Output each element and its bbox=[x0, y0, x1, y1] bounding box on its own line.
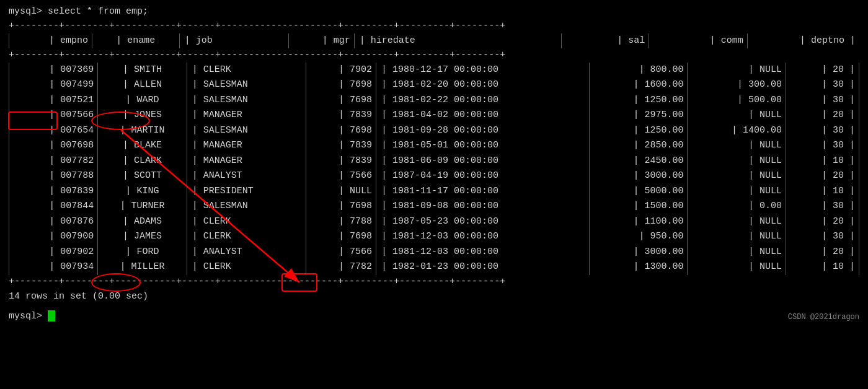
cell-mgr: | 7788 bbox=[306, 214, 376, 230]
mysql-prompt-bottom: mysql> bbox=[9, 310, 859, 321]
cell-job: | MANAGER bbox=[187, 154, 306, 169]
cell-comm: | NULL bbox=[688, 168, 786, 184]
cell-hiredate: | 1981-05-01 00:00:00 bbox=[376, 138, 589, 154]
cell-sal: | 950.00 bbox=[589, 229, 688, 245]
cell-deptno: | 10 | bbox=[786, 184, 859, 199]
cell-comm: | 300.00 bbox=[688, 77, 786, 93]
cell-empno: | 007900 bbox=[9, 229, 98, 245]
cell-ename: | FORD bbox=[98, 245, 187, 260]
cell-mgr: | 7839 bbox=[306, 108, 376, 123]
cell-job: | CLERK bbox=[187, 214, 306, 230]
table-row: | 007900| JAMES| CLERK| 7698| 1981-12-03… bbox=[9, 229, 859, 245]
cell-mgr: | 7902 bbox=[306, 63, 376, 78]
header-hiredate: | hiredate bbox=[354, 33, 562, 49]
cell-deptno: | 10 | bbox=[786, 154, 859, 169]
cell-mgr: | 7782 bbox=[306, 260, 376, 275]
cell-empno: | 007844 bbox=[9, 199, 98, 214]
cell-ename: | BLAKE bbox=[98, 138, 187, 154]
cell-deptno: | 30 | bbox=[786, 93, 859, 108]
header-empno: | empno bbox=[9, 33, 92, 49]
cell-hiredate: | 1981-06-09 00:00:00 bbox=[376, 154, 589, 169]
prompt-text: mysql> bbox=[9, 311, 48, 321]
table-row: | 007698| BLAKE| MANAGER| 7839| 1981-05-… bbox=[9, 138, 859, 154]
cell-empno: | 007369 bbox=[9, 63, 98, 78]
cell-empno: | 007902 bbox=[9, 245, 98, 260]
cell-hiredate: | 1981-09-28 00:00:00 bbox=[376, 123, 589, 139]
cell-deptno: | 30 | bbox=[786, 199, 859, 214]
cell-hiredate: | 1981-04-02 00:00:00 bbox=[376, 108, 589, 123]
cell-job: | ANALYST bbox=[187, 245, 306, 260]
cell-empno: | 007839 bbox=[9, 184, 98, 199]
header-mgr: | mgr bbox=[288, 33, 354, 49]
table-row: | 007876| ADAMS| CLERK| 7788| 1987-05-23… bbox=[9, 214, 859, 230]
table-row: | 007844| TURNER| SALESMAN| 7698| 1981-0… bbox=[9, 199, 859, 214]
cell-ename: | WARD bbox=[98, 93, 187, 108]
cell-ename: | ALLEN bbox=[98, 77, 187, 93]
cell-hiredate: | 1980-12-17 00:00:00 bbox=[376, 63, 589, 78]
table-row: | 007782| CLARK| MANAGER| 7839| 1981-06-… bbox=[9, 154, 859, 169]
cell-sal: | 800.00 bbox=[589, 63, 688, 78]
cell-sal: | 3000.00 bbox=[589, 168, 688, 184]
cell-deptno: | 20 | bbox=[786, 168, 859, 184]
cell-ename: | SMITH bbox=[98, 63, 187, 78]
terminal-container: mysql> select * from emp; +--------+----… bbox=[0, 0, 868, 328]
cell-hiredate: | 1981-12-03 00:00:00 bbox=[376, 245, 589, 260]
cell-comm: | NULL bbox=[688, 154, 786, 169]
cell-comm: | NULL bbox=[688, 108, 786, 123]
cell-ename: | ADAMS bbox=[98, 214, 187, 230]
table-row: | 007902| FORD| ANALYST| 7566| 1981-12-0… bbox=[9, 245, 859, 260]
cell-deptno: | 20 | bbox=[786, 63, 859, 78]
cell-ename: | CLARK bbox=[98, 154, 187, 169]
cell-comm: | NULL bbox=[688, 214, 786, 230]
cell-job: | SALESMAN bbox=[187, 123, 306, 139]
cell-ename: | KING bbox=[98, 184, 187, 199]
cell-mgr: | 7839 bbox=[306, 138, 376, 154]
cell-mgr: | NULL bbox=[306, 184, 376, 199]
cell-comm: | 1400.00 bbox=[688, 123, 786, 139]
table-row: | 007934| MILLER| CLERK| 7782| 1982-01-2… bbox=[9, 260, 859, 275]
cursor bbox=[48, 310, 55, 321]
cell-sal: | 1250.00 bbox=[589, 123, 688, 139]
result-info: 14 rows in set (0.00 sec) bbox=[9, 291, 859, 302]
cell-empno: | 007876 bbox=[9, 214, 98, 230]
cell-sal: | 5000.00 bbox=[589, 184, 688, 199]
cell-mgr: | 7566 bbox=[306, 168, 376, 184]
cell-job: | PRESIDENT bbox=[187, 184, 306, 199]
cell-mgr: | 7698 bbox=[306, 77, 376, 93]
cell-deptno: | 30 | bbox=[786, 123, 859, 139]
cell-deptno: | 30 | bbox=[786, 229, 859, 245]
sql-data-table: | 007369| SMITH| CLERK| 7902| 1980-12-17… bbox=[9, 63, 859, 275]
cell-mgr: | 7566 bbox=[306, 245, 376, 260]
table-row: | 007499| ALLEN| SALESMAN| 7698| 1981-02… bbox=[9, 77, 859, 93]
cell-empno: | 007934 bbox=[9, 260, 98, 275]
cell-sal: | 2850.00 bbox=[589, 138, 688, 154]
cell-deptno: | 20 | bbox=[786, 214, 859, 230]
cell-mgr: | 7698 bbox=[306, 123, 376, 139]
cell-job: | SALESMAN bbox=[187, 77, 306, 93]
cell-sal: | 2975.00 bbox=[589, 108, 688, 123]
cell-ename: | SCOTT bbox=[98, 168, 187, 184]
cell-job: | ANALYST bbox=[187, 168, 306, 184]
cell-hiredate: | 1982-01-23 00:00:00 bbox=[376, 260, 589, 275]
table-row: | 007839| KING| PRESIDENT| NULL| 1981-11… bbox=[9, 184, 859, 199]
cell-deptno: | 30 | bbox=[786, 77, 859, 93]
watermark: CSDN @2021dragon bbox=[788, 313, 859, 321]
cell-ename: | TURNER bbox=[98, 199, 187, 214]
cell-comm: | NULL bbox=[688, 63, 786, 78]
table-row: | 007788| SCOTT| ANALYST| 7566| 1987-04-… bbox=[9, 168, 859, 184]
cell-comm: | NULL bbox=[688, 245, 786, 260]
separator-bottom: +--------+--------+-----------+------+--… bbox=[9, 275, 859, 289]
header-job: | job bbox=[179, 33, 288, 49]
separator-top: +--------+--------+-----------+------+--… bbox=[9, 19, 859, 33]
header-sal: | sal bbox=[562, 33, 649, 49]
cell-comm: | 500.00 bbox=[688, 93, 786, 108]
cell-mgr: | 7698 bbox=[306, 93, 376, 108]
cell-mgr: | 7698 bbox=[306, 199, 376, 214]
cell-ename: | JAMES bbox=[98, 229, 187, 245]
cell-job: | MANAGER bbox=[187, 138, 306, 154]
table-header-row: | empno | ename | job | mgr | hiredate |… bbox=[9, 33, 860, 49]
cell-deptno: | 20 | bbox=[786, 245, 859, 260]
cell-sal: | 1600.00 bbox=[589, 77, 688, 93]
sql-table: | empno | ename | job | mgr | hiredate |… bbox=[9, 33, 859, 49]
cell-empno: | 007788 bbox=[9, 168, 98, 184]
